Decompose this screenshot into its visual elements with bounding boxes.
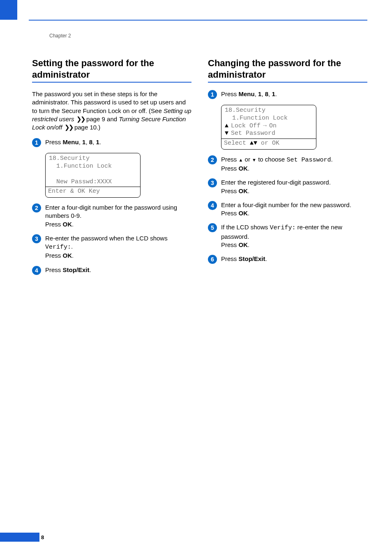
- text: Press: [221, 255, 239, 262]
- text: Press: [45, 266, 63, 273]
- text: Press: [45, 138, 63, 145]
- key-ok: OK: [239, 187, 248, 194]
- text: Press: [45, 221, 63, 228]
- arrow-up-icon: ▲: [239, 157, 243, 162]
- key-1b: 1: [96, 138, 99, 145]
- text: to choose: [256, 156, 286, 163]
- page-number-bar: [0, 533, 39, 542]
- step-text: Press Menu, 1, 8, 1.: [221, 90, 367, 98]
- text: Enter the registered four-digit password…: [221, 179, 331, 186]
- left-step-1: 1 Press Menu, 1, 8, 1.: [32, 138, 191, 147]
- step-badge-3: 3: [208, 178, 217, 187]
- arrow-down-icon: ▼: [252, 157, 256, 162]
- left-title: Setting the password for the administrat…: [32, 58, 191, 80]
- text: The password you set in these steps is f…: [32, 90, 186, 114]
- text: Press: [221, 210, 239, 217]
- step-badge-5: 5: [208, 223, 217, 232]
- key-1: 1: [258, 90, 261, 97]
- left-intro: The password you set in these steps is f…: [32, 90, 191, 132]
- left-column: Setting the password for the administrat…: [32, 58, 191, 281]
- lcd-screen: 18.Security 1.Function Lock ▲ Lock Off→O…: [221, 105, 316, 150]
- step-text: Re-enter the password when the LCD shows…: [45, 234, 191, 260]
- right-step-4: 4 Enter a four-digit number for the new …: [208, 201, 367, 218]
- text: .: [265, 255, 267, 262]
- text: On: [269, 122, 277, 130]
- key-stop-exit: Stop/Exit: [239, 255, 265, 262]
- step-badge-6: 6: [208, 255, 217, 264]
- lcd-text-verify: Verify:: [45, 244, 71, 251]
- text: page 9 and: [85, 115, 119, 122]
- step-text: Press ▲ or ▼ to choose Set Password. Pre…: [221, 155, 367, 173]
- text: .: [71, 243, 73, 250]
- right-title: Changing the password for the administra…: [208, 58, 367, 80]
- text: Press: [45, 252, 63, 259]
- text: page 10.): [73, 124, 101, 131]
- step-text: Press Menu, 1, 8, 1.: [45, 138, 191, 146]
- key-8: 8: [89, 138, 92, 145]
- step-text: Enter a four-digit number for the new pa…: [221, 201, 367, 218]
- text: Press: [221, 241, 239, 248]
- step-text: If the LCD shows Verify: re-enter the ne…: [221, 223, 367, 249]
- left-step-3: 3 Re-enter the password when the LCD sho…: [32, 234, 191, 260]
- key-stop-exit: Stop/Exit: [63, 266, 90, 273]
- lcd-footer: Select ▲▼ or OK: [221, 138, 316, 149]
- text: Press: [221, 90, 239, 97]
- text: 18.Security 1.Function Lock: [225, 107, 288, 122]
- page-number: 8: [41, 534, 44, 540]
- key-menu: Menu: [63, 138, 79, 145]
- step-badge-4: 4: [32, 266, 41, 275]
- right-column: Changing the password for the administra…: [208, 58, 367, 281]
- step-badge-4: 4: [208, 201, 217, 210]
- text: .: [90, 266, 91, 273]
- step-badge-2: 2: [32, 203, 41, 212]
- chapter-label: Chapter 2: [49, 33, 71, 39]
- key-8: 8: [265, 90, 268, 97]
- lcd-body: 18.Security 1.Function Lock New Passwd:X…: [46, 153, 140, 187]
- key-1: 1: [82, 138, 85, 145]
- text: Press: [221, 156, 239, 163]
- left-underline: [32, 82, 191, 83]
- lcd-text-setpwd: Set Password: [286, 157, 331, 164]
- text: Set Password: [231, 130, 275, 138]
- text: or: [243, 156, 252, 163]
- text: Enter a four-digit number for the passwo…: [45, 204, 177, 219]
- right-underline: [208, 82, 367, 83]
- right-step-3: 3 Enter the registered four-digit passwo…: [208, 178, 367, 195]
- lcd-wrapper: 18.Security 1.Function Lock ▲ Lock Off→O…: [221, 105, 367, 150]
- page-ref-icon: ❯❯: [64, 124, 73, 131]
- text: Enter a four-digit number for the new pa…: [221, 201, 351, 208]
- left-step-4: 4 Press Stop/Exit.: [32, 266, 191, 275]
- text: .: [331, 156, 332, 163]
- arrow-up-icon: ▲: [225, 122, 228, 130]
- key-ok: OK: [63, 221, 72, 228]
- step-badge-1: 1: [208, 90, 217, 99]
- right-step-1: 1 Press Menu, 1, 8, 1.: [208, 90, 367, 99]
- arrow-right-icon: →: [263, 122, 267, 130]
- text: Press: [221, 187, 239, 194]
- right-step-2: 2 Press ▲ or ▼ to choose Set Password. P…: [208, 155, 367, 173]
- key-ok: OK: [239, 241, 248, 248]
- lcd-screen: 18.Security 1.Function Lock New Passwd:X…: [45, 153, 141, 198]
- arrow-down-icon: ▼: [225, 130, 228, 138]
- top-rule: [29, 20, 367, 21]
- key-ok: OK: [63, 252, 72, 259]
- page-ref-icon: ❯❯: [76, 115, 85, 122]
- key-ok: OK: [239, 210, 248, 217]
- step-badge-3: 3: [32, 234, 41, 243]
- step-text: Enter the registered four-digit password…: [221, 178, 367, 195]
- lcd-text-verify: Verify:: [270, 224, 295, 231]
- key-ok: OK: [239, 165, 248, 172]
- right-step-5: 5 If the LCD shows Verify: re-enter the …: [208, 223, 367, 249]
- lcd-body: 18.Security 1.Function Lock ▲ Lock Off→O…: [221, 105, 316, 138]
- side-tab: [0, 0, 17, 20]
- arrow-up-icon: ▲: [250, 140, 254, 147]
- key-menu: Menu: [239, 90, 255, 97]
- arrow-down-icon: ▼: [254, 140, 257, 147]
- text: If the LCD shows: [221, 224, 270, 231]
- left-step-2: 2 Enter a four-digit number for the pass…: [32, 203, 191, 229]
- step-badge-1: 1: [32, 138, 41, 147]
- key-1b: 1: [272, 90, 275, 97]
- step-text: Press Stop/Exit.: [45, 266, 191, 274]
- step-text: Enter a four-digit number for the passwo…: [45, 203, 191, 229]
- text: Lock Off: [231, 122, 261, 130]
